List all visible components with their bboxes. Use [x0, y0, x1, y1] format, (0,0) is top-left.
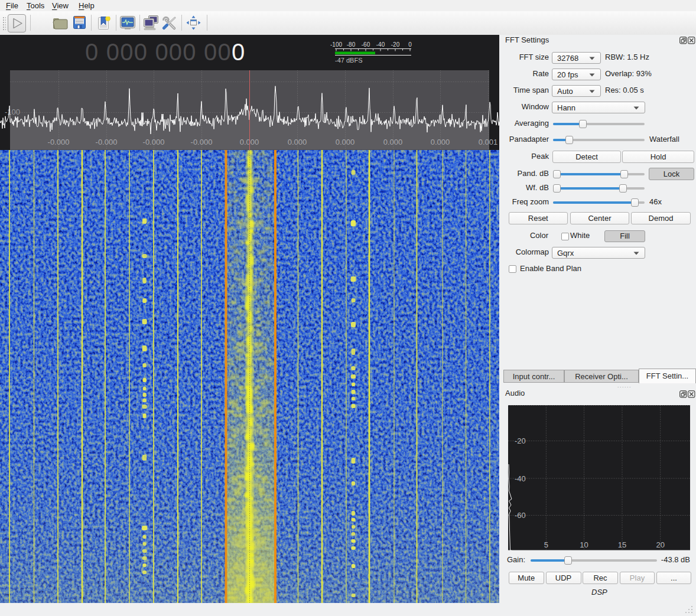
svg-text:-0.000: -0.000: [48, 138, 70, 146]
svg-text:0.000: 0.000: [336, 138, 355, 146]
svg-text:-40: -40: [376, 41, 385, 48]
svg-text:-100: -100: [330, 41, 342, 48]
svg-text:20: 20: [656, 540, 664, 549]
svg-text:-0.000: -0.000: [191, 138, 213, 146]
svg-text:10: 10: [580, 540, 588, 549]
svg-text:-0.000: -0.000: [143, 138, 165, 146]
svg-text:-20: -20: [515, 436, 526, 445]
svg-text:0.000: 0.000: [431, 138, 450, 146]
svg-text:-0.000: -0.000: [96, 138, 118, 146]
svg-text:0.000: 0.000: [288, 138, 307, 146]
svg-text:-20: -20: [391, 41, 400, 48]
svg-text:-60: -60: [515, 511, 526, 520]
svg-text:0.001: 0.001: [479, 138, 498, 146]
svg-text:-100: -100: [5, 107, 20, 116]
svg-text:15: 15: [618, 540, 626, 549]
svg-text:5: 5: [544, 540, 548, 549]
svg-text:-47 dBFS: -47 dBFS: [335, 57, 362, 64]
svg-text:-80: -80: [347, 41, 356, 48]
svg-text:-60: -60: [362, 41, 370, 48]
svg-text:0.000: 0.000: [383, 138, 403, 146]
svg-text:0: 0: [408, 41, 412, 48]
svg-text:-40: -40: [515, 474, 526, 483]
